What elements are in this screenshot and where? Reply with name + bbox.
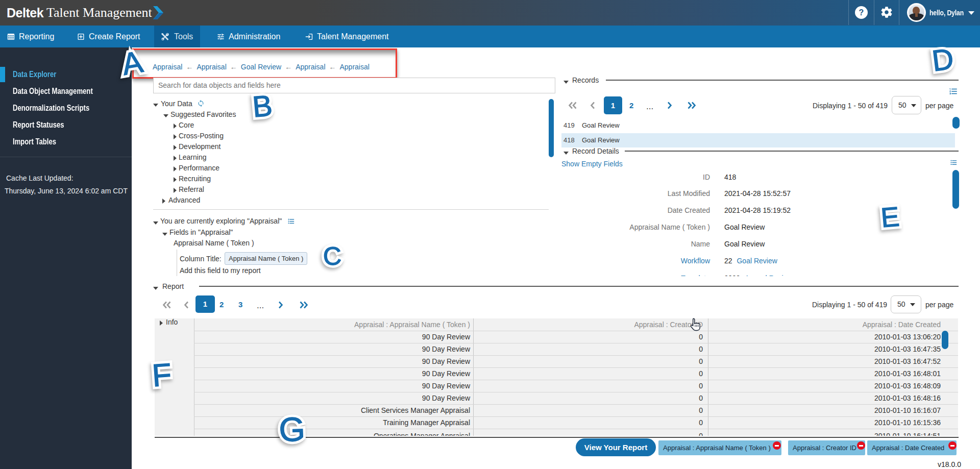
svg-text:F: F xyxy=(151,357,173,393)
svg-text:B: B xyxy=(251,88,274,123)
svg-text:G: G xyxy=(278,410,306,449)
svg-text:A: A xyxy=(119,44,145,82)
svg-text:E: E xyxy=(879,201,900,233)
svg-text:D: D xyxy=(930,42,955,78)
svg-text:C: C xyxy=(323,241,342,270)
